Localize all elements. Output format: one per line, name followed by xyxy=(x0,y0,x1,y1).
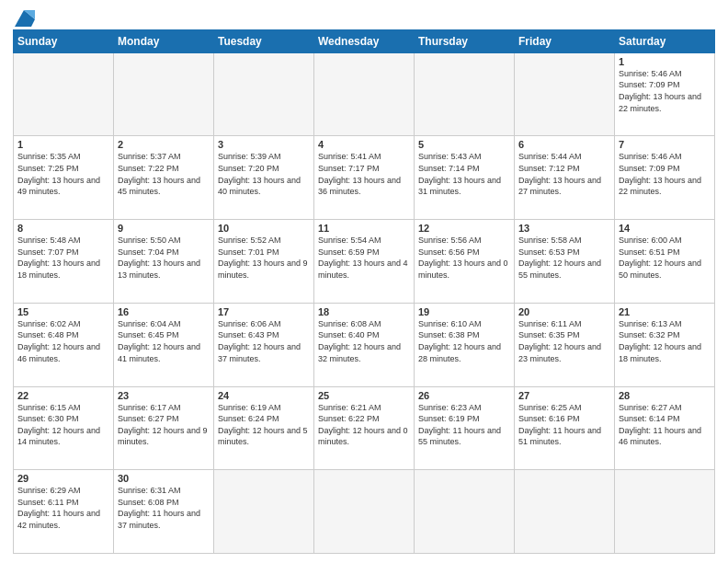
day-info: Sunrise: 6:15 AMSunset: 6:30 PMDaylight:… xyxy=(17,402,109,448)
day-cell: 27Sunrise: 6:25 AMSunset: 6:16 PMDayligh… xyxy=(515,386,615,470)
day-info: Sunrise: 5:41 AMSunset: 7:17 PMDaylight:… xyxy=(318,151,410,197)
day-number: 4 xyxy=(318,139,410,150)
day-cell: 9Sunrise: 5:50 AMSunset: 7:04 PMDaylight… xyxy=(114,220,214,304)
day-number: 20 xyxy=(518,306,610,317)
day-number: 1 xyxy=(17,139,109,150)
day-info: Sunrise: 5:44 AMSunset: 7:12 PMDaylight:… xyxy=(518,151,610,197)
day-cell: 29Sunrise: 6:29 AMSunset: 6:11 PMDayligh… xyxy=(14,470,114,554)
header xyxy=(13,9,715,24)
day-number: 1 xyxy=(619,56,711,67)
day-number: 15 xyxy=(17,306,109,317)
day-cell: 17Sunrise: 6:06 AMSunset: 6:43 PMDayligh… xyxy=(214,303,314,386)
day-cell: 10Sunrise: 5:52 AMSunset: 7:01 PMDayligh… xyxy=(214,220,314,304)
day-cell xyxy=(615,470,715,554)
logo xyxy=(13,9,35,24)
day-cell: 23Sunrise: 6:17 AMSunset: 6:27 PMDayligh… xyxy=(114,386,214,470)
day-cell: 8Sunrise: 5:48 AMSunset: 7:07 PMDaylight… xyxy=(14,220,114,304)
day-number: 10 xyxy=(218,223,310,234)
day-number: 12 xyxy=(418,223,510,234)
day-number: 25 xyxy=(318,390,410,401)
week-row-0: 1Sunrise: 5:46 AMSunset: 7:09 PMDaylight… xyxy=(14,52,715,136)
day-info: Sunrise: 6:02 AMSunset: 6:48 PMDaylight:… xyxy=(17,318,109,364)
day-cell: 22Sunrise: 6:15 AMSunset: 6:30 PMDayligh… xyxy=(14,386,114,470)
day-number: 30 xyxy=(118,473,210,484)
week-row-3: 15Sunrise: 6:02 AMSunset: 6:48 PMDayligh… xyxy=(14,303,715,386)
day-cell: 2Sunrise: 5:37 AMSunset: 7:22 PMDaylight… xyxy=(114,136,214,220)
day-info: Sunrise: 6:00 AMSunset: 6:51 PMDaylight:… xyxy=(619,235,711,281)
day-number: 14 xyxy=(619,223,711,234)
day-number: 16 xyxy=(118,306,210,317)
day-number: 8 xyxy=(17,223,109,234)
day-cell xyxy=(14,52,114,136)
day-info: Sunrise: 5:46 AMSunset: 7:09 PMDaylight:… xyxy=(619,151,711,197)
day-info: Sunrise: 5:39 AMSunset: 7:20 PMDaylight:… xyxy=(218,151,310,197)
day-info: Sunrise: 6:29 AMSunset: 6:11 PMDaylight:… xyxy=(17,485,109,531)
day-header-tuesday: Tuesday xyxy=(214,29,314,52)
day-cell xyxy=(515,470,615,554)
day-cell: 30Sunrise: 6:31 AMSunset: 6:08 PMDayligh… xyxy=(114,470,214,554)
day-number: 11 xyxy=(318,223,410,234)
week-row-5: 29Sunrise: 6:29 AMSunset: 6:11 PMDayligh… xyxy=(14,470,715,554)
day-cell: 1Sunrise: 5:35 AMSunset: 7:25 PMDaylight… xyxy=(14,136,114,220)
day-info: Sunrise: 5:43 AMSunset: 7:14 PMDaylight:… xyxy=(418,151,510,197)
day-cell: 26Sunrise: 6:23 AMSunset: 6:19 PMDayligh… xyxy=(415,386,515,470)
day-info: Sunrise: 5:50 AMSunset: 7:04 PMDaylight:… xyxy=(118,235,210,281)
day-number: 24 xyxy=(218,390,310,401)
day-cell: 15Sunrise: 6:02 AMSunset: 6:48 PMDayligh… xyxy=(14,303,114,386)
day-cell xyxy=(214,470,314,554)
day-header-monday: Monday xyxy=(114,29,214,52)
day-header-friday: Friday xyxy=(515,29,615,52)
day-number: 7 xyxy=(619,139,711,150)
day-info: Sunrise: 6:11 AMSunset: 6:35 PMDaylight:… xyxy=(518,318,610,364)
day-number: 28 xyxy=(619,390,711,401)
day-number: 17 xyxy=(218,306,310,317)
day-number: 29 xyxy=(17,473,109,484)
day-info: Sunrise: 5:35 AMSunset: 7:25 PMDaylight:… xyxy=(17,151,109,197)
day-cell: 1Sunrise: 5:46 AMSunset: 7:09 PMDaylight… xyxy=(615,52,715,136)
day-cell: 24Sunrise: 6:19 AMSunset: 6:24 PMDayligh… xyxy=(214,386,314,470)
day-cell xyxy=(415,52,515,136)
day-info: Sunrise: 5:37 AMSunset: 7:22 PMDaylight:… xyxy=(118,151,210,197)
day-info: Sunrise: 5:48 AMSunset: 7:07 PMDaylight:… xyxy=(17,235,109,281)
day-info: Sunrise: 5:54 AMSunset: 6:59 PMDaylight:… xyxy=(318,235,410,281)
day-cell: 5Sunrise: 5:43 AMSunset: 7:14 PMDaylight… xyxy=(415,136,515,220)
day-cell: 7Sunrise: 5:46 AMSunset: 7:09 PMDaylight… xyxy=(615,136,715,220)
day-number: 2 xyxy=(118,139,210,150)
day-cell: 21Sunrise: 6:13 AMSunset: 6:32 PMDayligh… xyxy=(615,303,715,386)
day-header-sunday: Sunday xyxy=(14,29,114,52)
day-number: 9 xyxy=(118,223,210,234)
day-info: Sunrise: 6:08 AMSunset: 6:40 PMDaylight:… xyxy=(318,318,410,364)
day-info: Sunrise: 5:58 AMSunset: 6:53 PMDaylight:… xyxy=(518,235,610,281)
day-cell: 12Sunrise: 5:56 AMSunset: 6:56 PMDayligh… xyxy=(415,220,515,304)
day-cell xyxy=(314,470,415,554)
day-cell xyxy=(515,52,615,136)
day-info: Sunrise: 6:23 AMSunset: 6:19 PMDaylight:… xyxy=(418,402,510,448)
day-cell: 4Sunrise: 5:41 AMSunset: 7:17 PMDaylight… xyxy=(314,136,415,220)
day-cell: 28Sunrise: 6:27 AMSunset: 6:14 PMDayligh… xyxy=(615,386,715,470)
day-number: 3 xyxy=(218,139,310,150)
day-number: 22 xyxy=(17,390,109,401)
day-cell: 13Sunrise: 5:58 AMSunset: 6:53 PMDayligh… xyxy=(515,220,615,304)
day-cell: 3Sunrise: 5:39 AMSunset: 7:20 PMDaylight… xyxy=(214,136,314,220)
day-number: 23 xyxy=(118,390,210,401)
day-info: Sunrise: 6:19 AMSunset: 6:24 PMDaylight:… xyxy=(218,402,310,448)
day-cell: 11Sunrise: 5:54 AMSunset: 6:59 PMDayligh… xyxy=(314,220,415,304)
day-info: Sunrise: 6:25 AMSunset: 6:16 PMDaylight:… xyxy=(518,402,610,448)
day-number: 5 xyxy=(418,139,510,150)
logo-icon xyxy=(15,10,35,27)
week-row-1: 1Sunrise: 5:35 AMSunset: 7:25 PMDaylight… xyxy=(14,136,715,220)
day-cell: 18Sunrise: 6:08 AMSunset: 6:40 PMDayligh… xyxy=(314,303,415,386)
day-header-saturday: Saturday xyxy=(615,29,715,52)
day-info: Sunrise: 6:04 AMSunset: 6:45 PMDaylight:… xyxy=(118,318,210,364)
day-cell: 6Sunrise: 5:44 AMSunset: 7:12 PMDaylight… xyxy=(515,136,615,220)
day-number: 27 xyxy=(518,390,610,401)
day-info: Sunrise: 6:27 AMSunset: 6:14 PMDaylight:… xyxy=(619,402,711,448)
day-header-thursday: Thursday xyxy=(415,29,515,52)
week-row-2: 8Sunrise: 5:48 AMSunset: 7:07 PMDaylight… xyxy=(14,220,715,304)
day-number: 26 xyxy=(418,390,510,401)
day-cell xyxy=(415,470,515,554)
day-info: Sunrise: 6:31 AMSunset: 6:08 PMDaylight:… xyxy=(118,485,210,531)
day-cell: 25Sunrise: 6:21 AMSunset: 6:22 PMDayligh… xyxy=(314,386,415,470)
day-cell xyxy=(314,52,415,136)
week-row-4: 22Sunrise: 6:15 AMSunset: 6:30 PMDayligh… xyxy=(14,386,715,470)
